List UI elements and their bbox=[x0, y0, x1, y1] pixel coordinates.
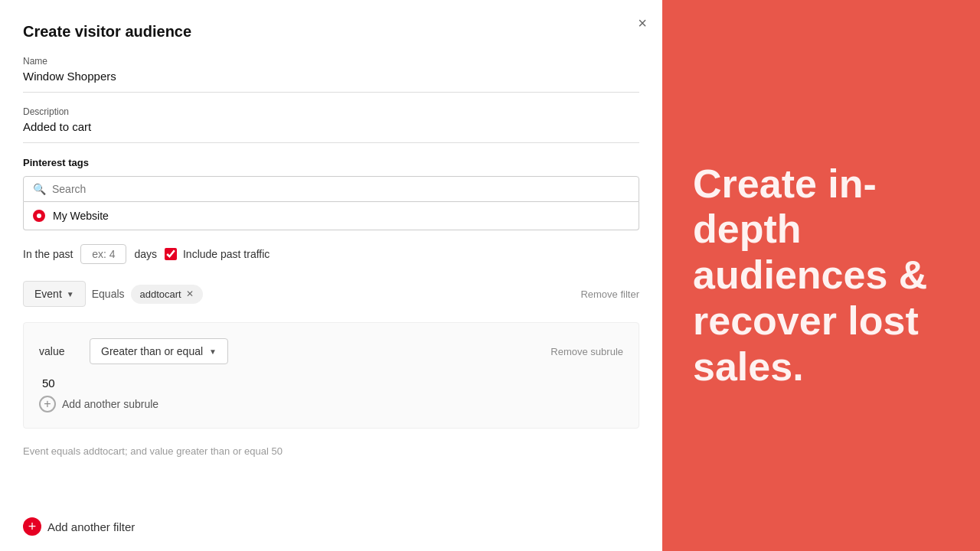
operator-chevron-icon: ▼ bbox=[209, 347, 217, 356]
chip-label: addtocart bbox=[140, 289, 181, 300]
chip-close-icon[interactable]: ✕ bbox=[186, 289, 194, 298]
name-value: Window Shoppers bbox=[23, 70, 639, 93]
equals-label: Equals bbox=[92, 288, 125, 300]
modal-panel: Create visitor audience × Name Window Sh… bbox=[0, 0, 662, 551]
search-icon: 🔍 bbox=[33, 183, 46, 195]
event-chip: addtocart ✕ bbox=[131, 285, 203, 304]
subrule-area: value Greater than or equal ▼ Remove sub… bbox=[23, 322, 639, 429]
past-label-before: In the past bbox=[23, 248, 73, 260]
description-label: Description bbox=[23, 106, 639, 117]
tag-option-row[interactable]: My Website bbox=[23, 202, 639, 230]
remove-filter-button[interactable]: Remove filter bbox=[580, 289, 639, 300]
event-button[interactable]: Event ▼ bbox=[23, 281, 86, 307]
include-past-traffic-wrap[interactable]: Include past traffic bbox=[165, 248, 270, 260]
promo-panel: Create in-depth audiences & recover lost… bbox=[662, 0, 980, 551]
days-input[interactable] bbox=[80, 244, 126, 264]
value-number: 50 bbox=[39, 377, 623, 390]
add-subrule-icon[interactable]: + bbox=[39, 396, 56, 412]
past-traffic-row: In the past days Include past traffic bbox=[23, 244, 639, 264]
past-label-after: days bbox=[134, 248, 157, 260]
operator-label: Greater than or equal bbox=[101, 345, 203, 357]
pinterest-tags-label: Pinterest tags bbox=[23, 157, 639, 168]
tag-option-label: My Website bbox=[53, 210, 109, 222]
search-input[interactable] bbox=[52, 183, 629, 195]
add-subrule-label[interactable]: Add another subrule bbox=[62, 398, 158, 410]
modal-title: Create visitor audience bbox=[23, 23, 639, 41]
filter-row: Event ▼ Equals addtocart ✕ Remove filter bbox=[23, 281, 639, 307]
promo-text: Create in-depth audiences & recover lost… bbox=[693, 161, 949, 390]
add-subrule-row[interactable]: + Add another subrule bbox=[39, 396, 623, 412]
operator-dropdown[interactable]: Greater than or equal ▼ bbox=[90, 338, 228, 364]
subrule-row: value Greater than or equal ▼ Remove sub… bbox=[39, 338, 623, 364]
radio-selected-icon bbox=[33, 210, 45, 222]
search-box[interactable]: 🔍 bbox=[23, 176, 639, 202]
summary-text: Event equals addtocart; and value greate… bbox=[23, 445, 639, 457]
add-filter-label[interactable]: Add another filter bbox=[47, 520, 135, 533]
include-past-traffic-checkbox[interactable] bbox=[165, 248, 177, 260]
add-filter-icon[interactable]: + bbox=[23, 517, 41, 536]
add-filter-row[interactable]: + Add another filter bbox=[23, 510, 639, 536]
remove-subrule-button[interactable]: Remove subrule bbox=[550, 346, 623, 357]
subrule-value-label: value bbox=[39, 345, 77, 357]
event-button-label: Event bbox=[34, 288, 62, 300]
include-past-traffic-label: Include past traffic bbox=[183, 248, 270, 260]
chevron-down-icon: ▼ bbox=[67, 290, 74, 298]
close-button[interactable]: × bbox=[638, 15, 647, 31]
name-label: Name bbox=[23, 56, 639, 67]
description-value: Added to cart bbox=[23, 120, 639, 143]
